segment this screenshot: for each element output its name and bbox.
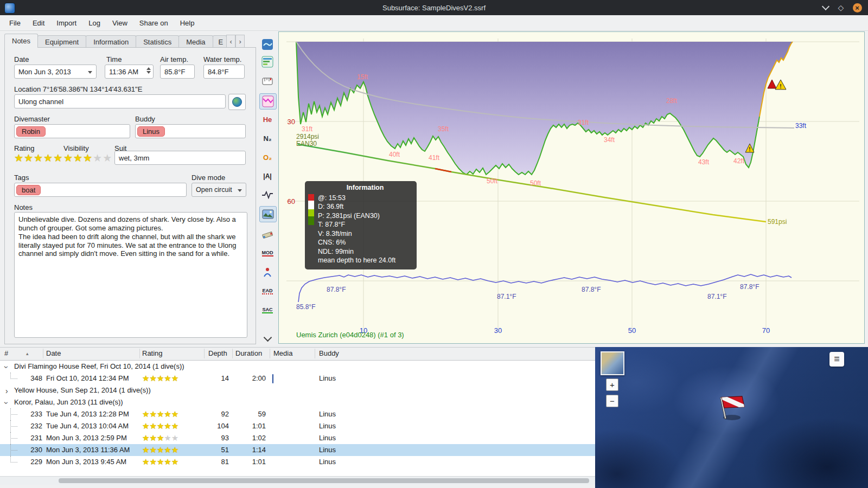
map-menu-button[interactable]: ≡	[829, 352, 844, 367]
header-date[interactable]: Date	[46, 349, 61, 357]
tab-statistics[interactable]: Statistics	[136, 35, 179, 48]
rating-stars[interactable]: ★★★★★	[14, 152, 63, 164]
header-buddy[interactable]: Buddy	[319, 349, 339, 357]
maximize-button[interactable]: ◇	[835, 2, 846, 13]
tab-equipment[interactable]: Equipment	[37, 35, 86, 48]
header-num[interactable]: #	[4, 349, 8, 357]
map-zoom-in-button[interactable]: +	[606, 378, 618, 391]
depth-label-28: 28ft	[666, 97, 677, 105]
tab-extra-info[interactable]: E	[213, 35, 227, 48]
ruler-button[interactable]	[259, 227, 276, 242]
heartrate-button[interactable]	[259, 187, 276, 202]
o2-graph-button[interactable]: O₂	[259, 150, 276, 165]
trip-row-yellow-house[interactable]: › Yellow House, Sun Sep 21, 2014 (1 dive…	[0, 384, 595, 396]
dive-row-229[interactable]: 229 Mon Jun 3, 2013 9:45 AM ★★★★★ 81 1:0…	[0, 456, 595, 468]
dive-personal-info-button[interactable]	[259, 37, 276, 52]
header-depth[interactable]: Depth	[208, 349, 227, 357]
airtemp-label: Air temp.	[160, 55, 188, 63]
ead-button[interactable]: EAD	[259, 284, 276, 299]
menu-file[interactable]: File	[3, 17, 27, 29]
trip-row-divi-flamingo[interactable]: › Divi Flamingo House Reef, Fri Oct 10, …	[0, 361, 595, 373]
tags-field[interactable]: boat	[14, 183, 187, 197]
header-media[interactable]: Media	[273, 349, 292, 357]
ruler-icon	[261, 229, 273, 240]
he-graph-button[interactable]: He	[259, 112, 276, 127]
tab-scroll-left-button[interactable]: ‹	[226, 35, 235, 48]
divemaster-field[interactable]: Robin	[14, 124, 130, 138]
header-duration[interactable]: Duration	[235, 349, 262, 357]
tree-expanded-icon[interactable]: ›	[2, 402, 11, 404]
tree-collapsed-icon[interactable]: ›	[5, 387, 8, 395]
media-photo-icon[interactable]	[272, 374, 273, 383]
header-rating[interactable]: Rating	[142, 349, 163, 357]
visibility-stars[interactable]: ★★★★★	[63, 152, 112, 164]
tree-expanded-icon[interactable]: ›	[2, 366, 11, 369]
dive-row-348[interactable]: 348 Fri Oct 10, 2014 12:34 PM ★★★★★ 14 2…	[0, 373, 595, 384]
dive-list-header[interactable]: # ▴ Date Rating Depth Duration Media Bud…	[0, 348, 595, 361]
notes-textarea[interactable]: Unbelievable dive. Dozens and dozens of …	[14, 212, 247, 338]
scrollbar-handle[interactable]	[59, 478, 589, 483]
buddy-label: Buddy	[135, 115, 155, 123]
dive-site-map[interactable]: + − ≡	[595, 347, 868, 488]
tab-information[interactable]: Information	[86, 35, 136, 48]
rating-stars: ★★★★★	[142, 409, 178, 419]
airtemp-field[interactable]: 85.8°F	[160, 65, 195, 79]
time-label: Time	[106, 55, 122, 63]
dive-list-hscrollbar[interactable]	[0, 476, 595, 485]
profile-toolbar: He N₂ O₂ |A| MOD EAD SAC	[259, 34, 277, 344]
divemaster-label: Divemaster	[14, 115, 50, 123]
close-button[interactable]: ×	[852, 2, 863, 13]
dive-row-232[interactable]: 232 Tue Jun 4, 2013 10:04 AM ★★★★★ 104 1…	[0, 420, 595, 432]
divemaster-chip[interactable]: Robin	[16, 126, 46, 137]
notes-label: Notes	[14, 203, 33, 211]
map-overview-thumbnail[interactable]	[601, 351, 624, 375]
time-spinbox[interactable]: 11:36 AM	[105, 65, 154, 79]
menu-help[interactable]: Help	[174, 17, 201, 29]
watertemp-field[interactable]: 84.8°F	[203, 65, 245, 79]
tree-branch	[10, 373, 17, 379]
rating-stars: ★★★★★	[142, 433, 178, 443]
tag-chip[interactable]: boat	[16, 185, 41, 195]
deco-info-button[interactable]	[259, 265, 276, 280]
menu-log[interactable]: Log	[82, 17, 106, 29]
menu-view[interactable]: View	[106, 17, 133, 29]
profile-info-tooltip[interactable]: Information @: 15:53 D: 36.9ft P: 2,381p…	[305, 181, 417, 269]
buddy-chip[interactable]: Linus	[137, 126, 165, 137]
depth-label-50a: 50ft	[487, 177, 497, 185]
collapse-toolbar-button[interactable]	[259, 331, 276, 346]
show-photos-button[interactable]	[259, 206, 277, 222]
trip-row-koror-palau[interactable]: › Koror, Palau, Jun 2013 (11 dive(s))	[0, 396, 595, 408]
scale-button[interactable]	[259, 74, 276, 89]
dive-row-231[interactable]: 231 Mon Jun 3, 2013 2:59 PM ★★★★★ 93 1:0…	[0, 432, 595, 444]
menu-import[interactable]: Import	[50, 17, 82, 29]
air-graph-button[interactable]: |A|	[259, 169, 276, 184]
rating-stars: ★★★★★	[142, 374, 178, 383]
menu-edit[interactable]: Edit	[27, 17, 50, 29]
shade-window-button[interactable]	[820, 2, 831, 13]
location-field[interactable]: Ulong channel	[14, 94, 226, 108]
dive-flag-marker[interactable]	[713, 389, 751, 422]
air-icon: |A|	[263, 172, 271, 180]
menu-share-on[interactable]: Share on	[133, 17, 174, 29]
tab-scroll-right-button[interactable]: ›	[235, 35, 245, 48]
mod-icon: MOD	[262, 250, 273, 256]
map-zoom-out-button[interactable]: −	[606, 395, 618, 407]
n2-graph-button[interactable]: N₂	[259, 131, 276, 146]
buddy-field[interactable]: Linus	[135, 124, 246, 138]
sac-button[interactable]: SAC	[259, 303, 276, 318]
divemode-combobox[interactable]: Open circuit	[192, 183, 246, 197]
dive-row-233[interactable]: 233 Tue Jun 4, 2013 12:28 PM ★★★★★ 92 59…	[0, 408, 595, 420]
dive-profile-panel[interactable]: ! ! 30 60 10 30 50 70 31ft 2914psi EAN30…	[278, 31, 865, 344]
tab-notes[interactable]: Notes	[4, 34, 38, 48]
mod-button[interactable]: MOD	[259, 246, 276, 261]
date-combobox[interactable]: Mon Jun 3, 2013	[14, 65, 97, 79]
dive-row-230-selected[interactable]: 230 Mon Jun 3, 2013 11:36 AM ★★★★★ 51 1:…	[0, 444, 595, 456]
spinner-arrows-icon[interactable]	[146, 67, 151, 74]
calculated-ceiling-button[interactable]	[259, 93, 277, 110]
tissue-saturation-button[interactable]	[259, 54, 276, 69]
menubar: File Edit Import Log View Share on Help	[0, 15, 868, 31]
titlebar[interactable]: Subsurface: SampleDivesV2.ssrf ◇ ×	[0, 0, 868, 15]
suit-field[interactable]: wet, 3mm	[114, 151, 246, 165]
edit-location-button[interactable]	[228, 94, 246, 110]
tab-media[interactable]: Media	[178, 35, 213, 48]
